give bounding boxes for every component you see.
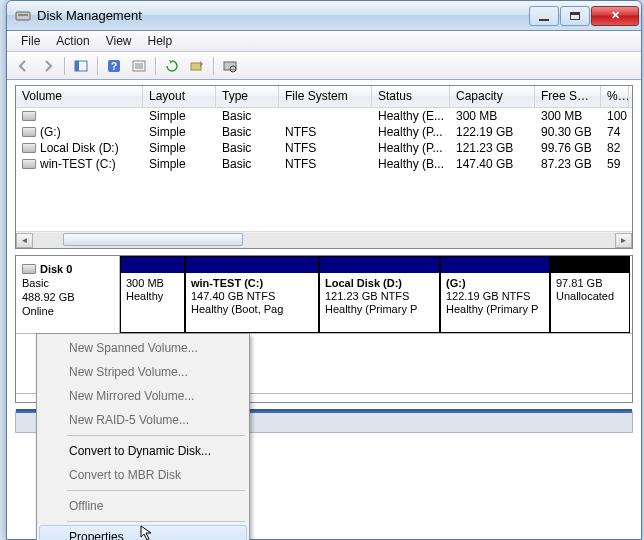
cell: 147.40 GB <box>450 157 535 171</box>
partition[interactable]: Local Disk (D:)121.23 GB NTFSHealthy (Pr… <box>319 256 440 333</box>
column-header[interactable]: Layout <box>143 86 216 107</box>
cell: 122.19 GB <box>450 125 535 139</box>
partition[interactable]: (G:)122.19 GB NTFSHealthy (Primary P <box>440 256 550 333</box>
show-hide-icon[interactable] <box>69 55 92 77</box>
disk-size: 488.92 GB <box>22 290 113 304</box>
cell: 59 <box>601 157 629 171</box>
menu-item: New RAID-5 Volume... <box>39 408 247 432</box>
toolbar: ? <box>7 52 641 80</box>
table-row[interactable]: SimpleBasicHealthy (E...300 MB300 MB100 <box>16 108 632 124</box>
partition-unallocated[interactable]: 97.81 GBUnallocated <box>550 256 630 333</box>
drive-icon <box>22 143 36 153</box>
partition[interactable]: win-TEST (C:)147.40 GB NTFSHealthy (Boot… <box>185 256 319 333</box>
refresh-icon[interactable] <box>160 55 183 77</box>
forward-icon[interactable] <box>36 55 59 77</box>
scroll-thumb[interactable] <box>63 233 243 246</box>
partition-body: Local Disk (D:)121.23 GB NTFSHealthy (Pr… <box>320 273 439 320</box>
help-icon[interactable]: ? <box>102 55 125 77</box>
svg-rect-10 <box>191 63 201 70</box>
cell: 300 MB <box>450 109 535 123</box>
cell: 100 <box>601 109 629 123</box>
cell: Healthy (E... <box>372 109 450 123</box>
properties-icon[interactable] <box>127 55 150 77</box>
cell: 300 MB <box>535 109 601 123</box>
cell: 99.76 GB <box>535 141 601 155</box>
partition-body: win-TEST (C:)147.40 GB NTFSHealthy (Boot… <box>186 273 318 320</box>
cell: 90.30 GB <box>535 125 601 139</box>
horizontal-scrollbar[interactable]: ◄ ► <box>16 231 632 248</box>
separator-icon <box>94 55 100 77</box>
svg-text:?: ? <box>110 61 116 72</box>
table-row[interactable]: Local Disk (D:)SimpleBasicNTFSHealthy (P… <box>16 140 632 156</box>
partition-header <box>441 257 549 273</box>
cell: 82 <box>601 141 629 155</box>
column-headers: VolumeLayoutTypeFile SystemStatusCapacit… <box>16 86 632 108</box>
cell: 74 <box>601 125 629 139</box>
back-icon[interactable] <box>11 55 34 77</box>
cell: Basic <box>216 141 279 155</box>
cell: 87.23 GB <box>535 157 601 171</box>
separator-icon <box>152 55 158 77</box>
menu-item: Offline <box>39 494 247 518</box>
maximize-button[interactable] <box>560 6 590 26</box>
cell: Healthy (P... <box>372 125 450 139</box>
separator-icon <box>210 55 216 77</box>
partition[interactable]: 300 MBHealthy <box>120 256 185 333</box>
titlebar[interactable]: Disk Management ✕ <box>7 1 641 31</box>
partition-body: 97.81 GBUnallocated <box>551 273 629 307</box>
partition-body: (G:)122.19 GB NTFSHealthy (Primary P <box>441 273 549 320</box>
rescan-icon[interactable] <box>185 55 208 77</box>
menu-item: New Mirrored Volume... <box>39 384 247 408</box>
cell: 121.23 GB <box>450 141 535 155</box>
disk-status: Online <box>22 304 113 318</box>
svg-rect-1 <box>18 14 28 16</box>
disk-type: Basic <box>22 276 113 290</box>
disk-row[interactable]: Disk 0 Basic 488.92 GB Online 300 MBHeal… <box>16 256 632 334</box>
column-header[interactable]: Volume <box>16 86 143 107</box>
column-header[interactable]: Status <box>372 86 450 107</box>
cell: Healthy (B... <box>372 157 450 171</box>
menu-item: New Striped Volume... <box>39 360 247 384</box>
cell: NTFS <box>279 157 372 171</box>
cell: Basic <box>216 157 279 171</box>
menu-view[interactable]: View <box>98 32 140 50</box>
column-header[interactable]: File System <box>279 86 372 107</box>
cell <box>16 111 143 121</box>
column-header[interactable]: Type <box>216 86 279 107</box>
menu-file[interactable]: File <box>13 32 48 50</box>
minimize-button[interactable] <box>529 6 559 26</box>
settings-icon[interactable] <box>218 55 241 77</box>
cell: win-TEST (C:) <box>16 157 143 171</box>
cell: Simple <box>143 125 216 139</box>
table-row[interactable]: (G:)SimpleBasicNTFSHealthy (P...122.19 G… <box>16 124 632 140</box>
partition-header <box>186 257 318 273</box>
column-header[interactable]: Capacity <box>450 86 535 107</box>
menu-item: New Spanned Volume... <box>39 336 247 360</box>
app-icon <box>15 8 31 24</box>
disk-label[interactable]: Disk 0 Basic 488.92 GB Online <box>16 256 120 333</box>
cell: Basic <box>216 109 279 123</box>
column-header[interactable]: % F <box>601 86 629 107</box>
menu-separator <box>67 435 245 436</box>
cell: NTFS <box>279 141 372 155</box>
cell: Basic <box>216 125 279 139</box>
cell: NTFS <box>279 125 372 139</box>
scroll-left-icon[interactable]: ◄ <box>16 233 33 248</box>
cell: Local Disk (D:) <box>16 141 143 155</box>
cursor-icon <box>140 525 156 540</box>
table-row[interactable]: win-TEST (C:)SimpleBasicNTFSHealthy (B..… <box>16 156 632 172</box>
svg-rect-3 <box>75 61 79 71</box>
partition-header <box>121 257 184 273</box>
menu-separator <box>67 521 245 522</box>
menu-help[interactable]: Help <box>140 32 181 50</box>
scroll-right-icon[interactable]: ► <box>615 233 632 248</box>
column-header[interactable]: Free Spa... <box>535 86 601 107</box>
menu-item[interactable]: Convert to Dynamic Disk... <box>39 439 247 463</box>
menu-action[interactable]: Action <box>48 32 97 50</box>
drive-icon <box>22 111 36 121</box>
close-button[interactable]: ✕ <box>591 6 639 26</box>
separator-icon <box>61 55 67 77</box>
volume-list[interactable]: VolumeLayoutTypeFile SystemStatusCapacit… <box>15 85 633 249</box>
cell: Healthy (P... <box>372 141 450 155</box>
menu-separator <box>67 490 245 491</box>
